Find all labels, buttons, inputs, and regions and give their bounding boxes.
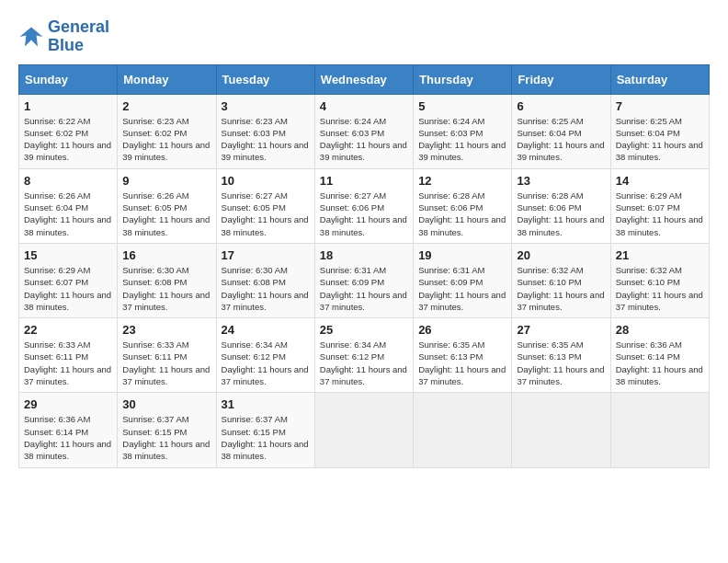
day-number: 27 xyxy=(517,323,605,337)
calendar-week-row: 8 Sunrise: 6:26 AM Sunset: 6:04 PM Dayli… xyxy=(19,168,710,243)
calendar-day-cell: 23 Sunrise: 6:33 AM Sunset: 6:11 PM Dayl… xyxy=(118,318,216,393)
day-info: Sunrise: 6:23 AM Sunset: 6:02 PM Dayligh… xyxy=(122,115,210,164)
day-number: 19 xyxy=(418,248,506,262)
day-info: Sunrise: 6:32 AM Sunset: 6:10 PM Dayligh… xyxy=(616,264,704,313)
day-of-week-header: Thursday xyxy=(414,64,512,94)
day-number: 29 xyxy=(24,397,112,411)
calendar-day-cell: 7 Sunrise: 6:25 AM Sunset: 6:04 PM Dayli… xyxy=(610,94,709,168)
day-number: 20 xyxy=(517,248,605,262)
day-info: Sunrise: 6:26 AM Sunset: 6:04 PM Dayligh… xyxy=(24,190,112,238)
day-info: Sunrise: 6:23 AM Sunset: 6:03 PM Dayligh… xyxy=(222,115,310,164)
day-info: Sunrise: 6:30 AM Sunset: 6:08 PM Dayligh… xyxy=(222,264,310,313)
logo-text: General Blue xyxy=(48,18,109,55)
day-number: 5 xyxy=(418,99,506,113)
calendar-day-cell: 24 Sunrise: 6:34 AM Sunset: 6:12 PM Dayl… xyxy=(216,318,314,393)
day-info: Sunrise: 6:25 AM Sunset: 6:04 PM Dayligh… xyxy=(517,115,605,164)
day-number: 9 xyxy=(122,174,210,188)
calendar-day-cell xyxy=(414,393,512,467)
calendar-day-cell: 20 Sunrise: 6:32 AM Sunset: 6:10 PM Dayl… xyxy=(512,243,610,317)
day-info: Sunrise: 6:29 AM Sunset: 6:07 PM Dayligh… xyxy=(24,264,112,313)
calendar-day-cell: 21 Sunrise: 6:32 AM Sunset: 6:10 PM Dayl… xyxy=(610,243,709,317)
calendar-day-cell: 27 Sunrise: 6:35 AM Sunset: 6:13 PM Dayl… xyxy=(512,318,610,393)
day-number: 6 xyxy=(517,99,605,113)
calendar-day-cell xyxy=(610,393,709,467)
calendar-day-cell: 16 Sunrise: 6:30 AM Sunset: 6:08 PM Dayl… xyxy=(118,243,216,317)
svg-marker-0 xyxy=(19,27,42,46)
day-number: 4 xyxy=(320,99,408,113)
day-number: 13 xyxy=(517,174,605,188)
day-of-week-header: Friday xyxy=(512,64,610,94)
day-number: 15 xyxy=(24,248,112,262)
day-number: 16 xyxy=(122,248,210,262)
page-header: General Blue xyxy=(18,18,710,55)
day-of-week-header: Tuesday xyxy=(216,64,314,94)
calendar-day-cell: 11 Sunrise: 6:27 AM Sunset: 6:06 PM Dayl… xyxy=(314,168,413,243)
day-number: 31 xyxy=(222,397,310,411)
day-number: 7 xyxy=(616,99,704,113)
day-number: 25 xyxy=(320,323,408,337)
day-number: 21 xyxy=(616,248,704,262)
calendar-day-cell: 30 Sunrise: 6:37 AM Sunset: 6:15 PM Dayl… xyxy=(118,393,216,467)
calendar-day-cell xyxy=(314,393,413,467)
day-number: 14 xyxy=(616,174,704,188)
day-info: Sunrise: 6:37 AM Sunset: 6:15 PM Dayligh… xyxy=(122,413,210,462)
day-info: Sunrise: 6:24 AM Sunset: 6:03 PM Dayligh… xyxy=(418,115,506,164)
day-info: Sunrise: 6:31 AM Sunset: 6:09 PM Dayligh… xyxy=(320,264,408,313)
day-info: Sunrise: 6:30 AM Sunset: 6:08 PM Dayligh… xyxy=(122,264,210,313)
day-info: Sunrise: 6:22 AM Sunset: 6:02 PM Dayligh… xyxy=(24,115,112,164)
calendar-day-cell: 26 Sunrise: 6:35 AM Sunset: 6:13 PM Dayl… xyxy=(414,318,512,393)
calendar-day-cell: 15 Sunrise: 6:29 AM Sunset: 6:07 PM Dayl… xyxy=(19,243,118,317)
calendar-day-cell: 4 Sunrise: 6:24 AM Sunset: 6:03 PM Dayli… xyxy=(314,94,413,168)
day-info: Sunrise: 6:27 AM Sunset: 6:05 PM Dayligh… xyxy=(222,190,310,238)
calendar-day-cell: 3 Sunrise: 6:23 AM Sunset: 6:03 PM Dayli… xyxy=(216,94,314,168)
day-info: Sunrise: 6:24 AM Sunset: 6:03 PM Dayligh… xyxy=(320,115,408,164)
day-number: 1 xyxy=(24,99,112,113)
day-number: 18 xyxy=(320,248,408,262)
day-info: Sunrise: 6:35 AM Sunset: 6:13 PM Dayligh… xyxy=(418,339,506,387)
calendar-day-cell: 29 Sunrise: 6:36 AM Sunset: 6:14 PM Dayl… xyxy=(19,393,118,467)
calendar-week-row: 1 Sunrise: 6:22 AM Sunset: 6:02 PM Dayli… xyxy=(19,94,710,168)
calendar-day-cell: 14 Sunrise: 6:29 AM Sunset: 6:07 PM Dayl… xyxy=(610,168,709,243)
day-number: 2 xyxy=(122,99,210,113)
calendar-day-cell: 19 Sunrise: 6:31 AM Sunset: 6:09 PM Dayl… xyxy=(414,243,512,317)
day-info: Sunrise: 6:36 AM Sunset: 6:14 PM Dayligh… xyxy=(616,339,704,387)
day-info: Sunrise: 6:25 AM Sunset: 6:04 PM Dayligh… xyxy=(616,115,704,164)
calendar-table: SundayMondayTuesdayWednesdayThursdayFrid… xyxy=(18,64,710,468)
day-info: Sunrise: 6:36 AM Sunset: 6:14 PM Dayligh… xyxy=(24,413,112,462)
day-number: 3 xyxy=(222,99,310,113)
day-info: Sunrise: 6:31 AM Sunset: 6:09 PM Dayligh… xyxy=(418,264,506,313)
day-info: Sunrise: 6:34 AM Sunset: 6:12 PM Dayligh… xyxy=(320,339,408,387)
day-number: 10 xyxy=(222,174,310,188)
calendar-day-cell: 5 Sunrise: 6:24 AM Sunset: 6:03 PM Dayli… xyxy=(414,94,512,168)
day-number: 12 xyxy=(418,174,506,188)
day-info: Sunrise: 6:33 AM Sunset: 6:11 PM Dayligh… xyxy=(24,339,112,387)
day-info: Sunrise: 6:29 AM Sunset: 6:07 PM Dayligh… xyxy=(616,190,704,238)
day-info: Sunrise: 6:32 AM Sunset: 6:10 PM Dayligh… xyxy=(517,264,605,313)
calendar-day-cell: 28 Sunrise: 6:36 AM Sunset: 6:14 PM Dayl… xyxy=(610,318,709,393)
day-of-week-header: Sunday xyxy=(19,64,118,94)
day-info: Sunrise: 6:28 AM Sunset: 6:06 PM Dayligh… xyxy=(517,190,605,238)
day-number: 26 xyxy=(418,323,506,337)
day-info: Sunrise: 6:37 AM Sunset: 6:15 PM Dayligh… xyxy=(222,413,310,462)
day-info: Sunrise: 6:26 AM Sunset: 6:05 PM Dayligh… xyxy=(122,190,210,238)
logo-icon xyxy=(18,24,44,50)
day-number: 28 xyxy=(616,323,704,337)
calendar-day-cell: 6 Sunrise: 6:25 AM Sunset: 6:04 PM Dayli… xyxy=(512,94,610,168)
calendar-day-cell: 18 Sunrise: 6:31 AM Sunset: 6:09 PM Dayl… xyxy=(314,243,413,317)
day-info: Sunrise: 6:33 AM Sunset: 6:11 PM Dayligh… xyxy=(122,339,210,387)
day-info: Sunrise: 6:35 AM Sunset: 6:13 PM Dayligh… xyxy=(517,339,605,387)
logo: General Blue xyxy=(18,18,109,55)
calendar-day-cell: 2 Sunrise: 6:23 AM Sunset: 6:02 PM Dayli… xyxy=(118,94,216,168)
calendar-week-row: 22 Sunrise: 6:33 AM Sunset: 6:11 PM Dayl… xyxy=(19,318,710,393)
calendar-day-cell: 1 Sunrise: 6:22 AM Sunset: 6:02 PM Dayli… xyxy=(19,94,118,168)
day-info: Sunrise: 6:28 AM Sunset: 6:06 PM Dayligh… xyxy=(418,190,506,238)
calendar-day-cell: 31 Sunrise: 6:37 AM Sunset: 6:15 PM Dayl… xyxy=(216,393,314,467)
day-info: Sunrise: 6:34 AM Sunset: 6:12 PM Dayligh… xyxy=(222,339,310,387)
day-number: 30 xyxy=(122,397,210,411)
calendar-day-cell: 13 Sunrise: 6:28 AM Sunset: 6:06 PM Dayl… xyxy=(512,168,610,243)
calendar-day-cell: 25 Sunrise: 6:34 AM Sunset: 6:12 PM Dayl… xyxy=(314,318,413,393)
day-info: Sunrise: 6:27 AM Sunset: 6:06 PM Dayligh… xyxy=(320,190,408,238)
day-number: 11 xyxy=(320,174,408,188)
calendar-week-row: 15 Sunrise: 6:29 AM Sunset: 6:07 PM Dayl… xyxy=(19,243,710,317)
calendar-day-cell xyxy=(512,393,610,467)
